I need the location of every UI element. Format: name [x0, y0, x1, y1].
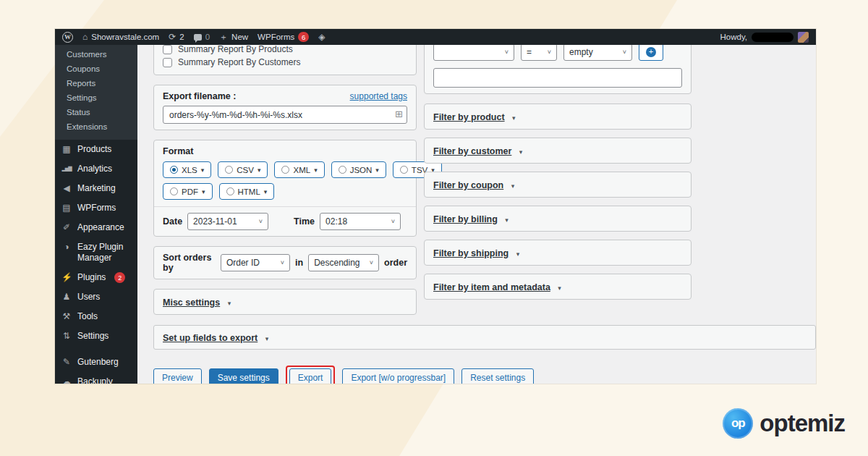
sidebar-item-users[interactable]: ♟ Users — [55, 287, 137, 307]
misc-settings-toggle[interactable]: Misc settings — [163, 297, 220, 308]
custom-fields-value-input[interactable] — [433, 68, 682, 88]
save-settings-button[interactable]: Save settings — [209, 368, 278, 384]
custom-field-select[interactable]: ˅ — [433, 45, 514, 61]
gutenberg-pencil-icon: ✎ — [61, 357, 72, 367]
new-content-link[interactable]: ＋ New — [219, 33, 248, 41]
summary-customers-option[interactable]: Summary Report By Customers — [163, 56, 407, 69]
checkbox-summary-customers[interactable] — [163, 58, 172, 67]
filter-by-customer-toggle[interactable]: Filter by customer — [433, 146, 511, 156]
reset-settings-button[interactable]: Reset settings — [461, 368, 534, 384]
chevron-down-icon: ▾ — [258, 166, 261, 174]
sidebar-item-appearance[interactable]: ✐ Appearance — [55, 218, 137, 237]
sidebar-item-marketing[interactable]: ◀ Marketing — [55, 179, 137, 198]
radio-icon — [225, 166, 233, 174]
summary-report-section: Summary Report By Products Summary Repor… — [153, 45, 417, 75]
time-select[interactable]: 02:18 ˅ — [320, 213, 401, 230]
chevron-down-icon: ▾ — [202, 188, 205, 195]
export-highlight-annotation: Export — [286, 366, 336, 384]
sort-label: Sort orders by — [163, 253, 216, 273]
radio-icon — [281, 166, 289, 174]
checkbox-summary-products[interactable] — [163, 45, 172, 54]
wordpress-menu[interactable]: W — [62, 32, 73, 43]
updates-count: 2 — [179, 33, 184, 41]
radio-icon — [339, 166, 346, 174]
export-button[interactable]: Export — [289, 368, 332, 384]
filter-by-billing-toggle[interactable]: Filter by billing — [433, 214, 498, 224]
format-option-pdf[interactable]: PDF ▾ — [163, 183, 213, 200]
sidebar-item-eazy-plugin-manager[interactable]: ◑ Eazy Plugin Manager — [55, 237, 137, 268]
setup-fields-section: Set up fields to export ▾ — [153, 325, 816, 350]
optemiz-logo-text: optemiz — [760, 410, 845, 437]
format-option-json[interactable]: JSON ▾ — [331, 161, 386, 178]
chevron-down-icon: ▾ — [512, 114, 516, 122]
analytics-icon: ▂▅▇ — [61, 164, 72, 173]
format-option-html[interactable]: HTML ▾ — [219, 183, 275, 200]
export-filename-input[interactable] — [163, 106, 407, 124]
setup-fields-toggle[interactable]: Set up fields to export — [163, 333, 258, 343]
wpforms-icon: ▤ — [61, 203, 72, 213]
optemiz-branding: op optemiz — [723, 408, 845, 439]
comments-link[interactable]: 0 — [194, 33, 210, 41]
user-avatar[interactable] — [798, 32, 809, 43]
chevron-down-icon: ˅ — [505, 48, 509, 56]
users-icon: ♟ — [61, 292, 72, 302]
wordpress-logo-icon: W — [62, 32, 73, 43]
sort-connector-label: in — [295, 258, 303, 268]
sidebar-item-extensions[interactable]: Extensions — [55, 119, 137, 134]
settings-sliders-icon: ⇅ — [61, 331, 72, 341]
sidebar-item-products[interactable]: ▦ Products — [55, 140, 137, 159]
updates-link[interactable]: ⟳ 2 — [169, 33, 184, 41]
format-option-xml[interactable]: XML ▾ — [274, 161, 324, 178]
chevron-down-icon: ▾ — [264, 188, 268, 195]
chevron-down-icon: ▾ — [516, 250, 520, 258]
action-buttons: Preview Save settings Export Export [w/o… — [153, 366, 816, 384]
sidebar-item-wpforms[interactable]: ▤ WPForms — [55, 198, 137, 218]
filter-by-coupon-toggle[interactable]: Filter by coupon — [433, 180, 503, 190]
export-wo-progressbar-button[interactable]: Export [w/o progressbar] — [342, 368, 454, 384]
tags-grid-icon[interactable]: ⊞ — [395, 109, 403, 119]
custom-field-operator-select[interactable]: = ˅ — [521, 45, 557, 61]
sidebar-item-customers[interactable]: Customers — [55, 47, 137, 62]
format-option-csv[interactable]: CSV ▾ — [218, 161, 268, 178]
sidebar-item-reports[interactable]: Reports — [55, 76, 137, 90]
format-option-xls[interactable]: XLS ▾ — [163, 161, 211, 178]
site-name-link[interactable]: ⌂ Showravstale.com — [82, 33, 159, 41]
sidebar-item-backuply[interactable]: ☁ Backuply — [55, 372, 137, 384]
sidebar-item-settings-main[interactable]: ⇅ Settings — [55, 326, 137, 346]
preview-button[interactable]: Preview — [153, 368, 202, 384]
diamond-icon: ◈ — [318, 33, 325, 41]
products-icon: ▦ — [61, 144, 72, 154]
sidebar-item-plugins[interactable]: ⚡ Plugins 2 — [55, 268, 137, 287]
filter-by-product-toggle[interactable]: Filter by product — [433, 112, 505, 122]
woocommerce-submenu: Customers Coupons Reports Settings Statu… — [55, 45, 137, 140]
optemiz-logo-icon: op — [723, 408, 753, 439]
comments-count: 0 — [205, 33, 210, 41]
filter-by-product-section: Filter by product ▾ — [424, 104, 692, 130]
date-select[interactable]: 2023-11-01 ˅ — [187, 213, 268, 230]
wpforms-admin-link[interactable]: WPForms 6 — [258, 32, 309, 42]
sidebar-item-analytics[interactable]: ▂▅▇ Analytics — [55, 159, 137, 179]
supported-tags-link[interactable]: supported tags — [350, 91, 407, 101]
summary-products-option[interactable]: Summary Report By Products — [163, 45, 407, 56]
date-label: Date — [163, 216, 182, 227]
sidebar-item-status[interactable]: Status — [55, 105, 137, 119]
sort-field-select[interactable]: Order ID ˅ — [221, 254, 290, 271]
chevron-down-icon: ˅ — [281, 259, 284, 266]
filter-by-coupon-section: Filter by coupon ▾ — [424, 172, 692, 198]
site-name: Showravstale.com — [91, 33, 159, 41]
plugin-admin-link[interactable]: ◈ — [318, 33, 325, 41]
chevron-down-icon: ˅ — [259, 218, 263, 225]
format-section: Format XLS ▾ CSV ▾ — [153, 140, 417, 237]
filter-by-shipping-toggle[interactable]: Filter by shipping — [433, 248, 509, 258]
sidebar-item-settings[interactable]: Settings — [55, 90, 137, 105]
filter-by-item-metadata-toggle[interactable]: Filter by item and metadata — [433, 282, 550, 292]
sidebar-item-coupons[interactable]: Coupons — [55, 62, 137, 76]
sidebar-item-tools[interactable]: ⚒ Tools — [55, 307, 137, 326]
sort-direction-select[interactable]: Descending ˅ — [308, 254, 379, 271]
wpforms-label: WPForms — [258, 33, 294, 41]
custom-field-condition-select[interactable]: empty ˅ — [563, 45, 632, 61]
sidebar-item-gutenberg[interactable]: ✎ Gutenberg — [55, 352, 137, 372]
filter-by-shipping-section: Filter by shipping ▾ — [424, 240, 692, 266]
divider — [154, 206, 416, 207]
add-custom-field-button[interactable]: + — [639, 45, 663, 61]
